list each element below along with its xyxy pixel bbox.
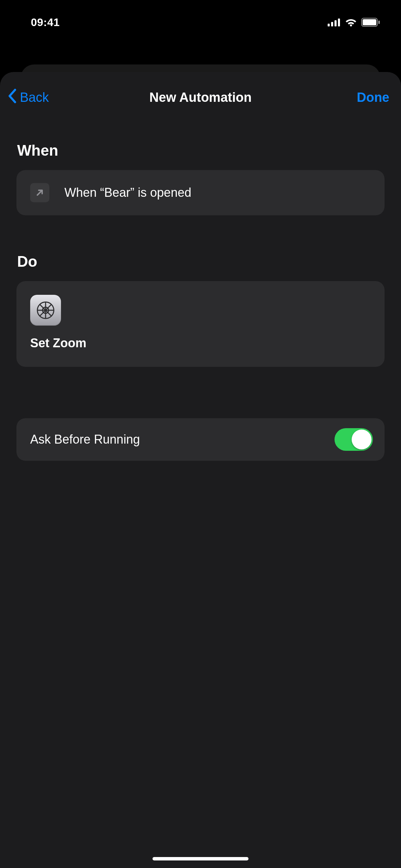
- ask-before-running-label: Ask Before Running: [30, 432, 140, 447]
- battery-icon: [361, 18, 380, 27]
- back-button[interactable]: Back: [8, 88, 49, 107]
- done-button[interactable]: Done: [357, 90, 389, 105]
- trigger-card[interactable]: When “Bear” is opened: [16, 170, 385, 215]
- options-group: Ask Before Running: [0, 418, 401, 461]
- svg-rect-3: [338, 19, 340, 26]
- svg-point-4: [350, 24, 352, 26]
- automation-sheet: Back New Automation Done When When “Bear…: [0, 72, 401, 868]
- ask-before-running-row: Ask Before Running: [16, 418, 385, 461]
- gear-icon: [30, 295, 61, 326]
- back-label: Back: [20, 90, 49, 105]
- trigger-label: When “Bear” is opened: [64, 185, 191, 200]
- section-header-do: Do: [0, 253, 401, 270]
- nav-bar: Back New Automation Done: [0, 80, 401, 114]
- svg-rect-6: [363, 19, 376, 25]
- page-title: New Automation: [149, 90, 252, 105]
- status-time: 09:41: [31, 16, 60, 29]
- action-label: Set Zoom: [30, 336, 371, 350]
- status-indicators: [328, 18, 380, 27]
- section-header-when: When: [0, 142, 401, 159]
- svg-rect-0: [328, 24, 330, 26]
- app-open-icon: [30, 183, 49, 202]
- toggle-knob: [352, 430, 372, 449]
- home-indicator[interactable]: [153, 857, 248, 860]
- action-card[interactable]: Set Zoom: [16, 281, 385, 367]
- chevron-left-icon: [8, 88, 17, 107]
- svg-rect-7: [378, 21, 380, 24]
- ask-before-running-toggle[interactable]: [335, 428, 373, 451]
- svg-rect-1: [331, 22, 333, 26]
- wifi-icon: [345, 18, 357, 27]
- status-bar: 09:41: [0, 0, 401, 31]
- svg-rect-2: [335, 20, 337, 26]
- cellular-icon: [328, 18, 341, 26]
